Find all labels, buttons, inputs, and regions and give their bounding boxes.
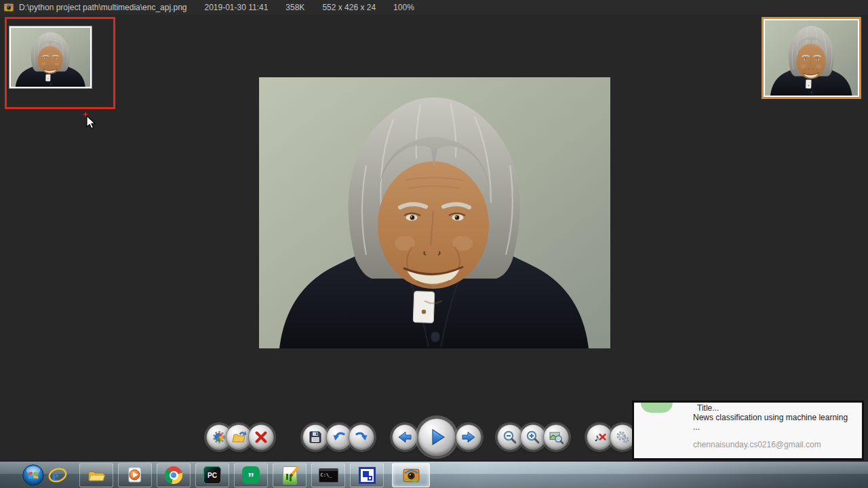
thumbnail-frame[interactable]	[9, 26, 92, 89]
zoom-level: 100%	[393, 3, 414, 12]
command-prompt-icon: C:\_	[319, 468, 338, 483]
pycharm-label: PC	[208, 472, 217, 479]
notification-popup[interactable]: Title... News classification using machi…	[632, 401, 864, 460]
redo-icon	[354, 430, 369, 445]
taskbar-item-editor[interactable]	[273, 463, 307, 487]
taskbar-item-media-player[interactable]	[118, 463, 152, 487]
fit-window-button[interactable]	[543, 424, 569, 450]
file-size: 358K	[285, 3, 304, 12]
selected-thumbnail-box[interactable]	[5, 17, 115, 109]
zoom-in-button[interactable]	[520, 424, 546, 450]
popup-subject-line: News classification using machine learni…	[693, 413, 848, 422]
zoom-out-icon	[502, 430, 517, 445]
delete-x-icon	[254, 430, 269, 445]
music-off-button[interactable]: ♪	[587, 424, 612, 450]
hangouts-icon: ”	[242, 466, 260, 484]
blue-squares-icon	[359, 467, 376, 484]
taskbar-item-image-viewer-active[interactable]	[392, 463, 430, 487]
portrait-photo	[259, 77, 610, 348]
popup-email: chennaisunday.cs0216@gmail.com	[693, 440, 821, 449]
arrow-right-icon	[460, 429, 477, 445]
chrome-icon	[165, 466, 182, 484]
image-viewer-screen: D:\python project path\multimedia\enc_ap…	[0, 0, 868, 488]
pycharm-icon: PC	[203, 466, 221, 484]
popup-logo-circle	[641, 403, 673, 413]
media-player-icon	[125, 466, 144, 485]
effects-gear-icon	[212, 430, 226, 445]
popup-ellipsis-line: ...	[693, 422, 700, 432]
taskbar-item-explorer[interactable]	[79, 463, 113, 487]
image-viewer-icon	[402, 466, 420, 485]
save-button[interactable]	[302, 424, 328, 450]
music-note-glyph: ♪	[594, 432, 599, 443]
preview-thumbnail-image	[765, 20, 858, 96]
image-dimensions: 552 x 426 x 24	[322, 3, 376, 12]
undo-icon	[332, 430, 347, 445]
file-path: D:\python project path\multimedia\enc_ap…	[19, 3, 186, 12]
next-image-button[interactable]	[456, 424, 481, 450]
taskbar-item-hangouts[interactable]: ”	[234, 463, 268, 487]
taskbar-item-chrome[interactable]	[157, 463, 191, 487]
taskbar-item-paint-app[interactable]	[350, 463, 384, 487]
open-folder-icon	[231, 429, 247, 445]
ie-e-glyph: e	[52, 467, 59, 484]
windows-explorer-icon	[87, 466, 106, 485]
zoom-in-icon	[526, 430, 540, 445]
hangouts-quote-glyph: ”	[248, 474, 254, 481]
delete-button[interactable]	[248, 424, 274, 450]
save-floppy-icon	[308, 430, 323, 445]
title-bar: D:\python project path\multimedia\enc_ap…	[0, 0, 868, 15]
green-editor-icon	[283, 466, 297, 485]
previous-image-button[interactable]	[392, 424, 418, 450]
zoom-out-button[interactable]	[497, 424, 523, 450]
preview-thumbnail[interactable]	[762, 17, 861, 99]
fit-window-icon	[549, 430, 564, 445]
file-modified: 2019-01-30 11:41	[204, 3, 268, 12]
arrow-left-icon	[397, 429, 413, 445]
play-icon	[425, 426, 448, 449]
thumbnail-image	[11, 28, 90, 87]
gears-icon	[615, 430, 630, 445]
cmd-label: C:\_	[321, 472, 332, 478]
music-note-muted-icon: ♪	[592, 430, 607, 445]
taskbar-item-pycharm[interactable]: PC	[195, 463, 229, 487]
popup-title-line: Title...	[697, 403, 719, 413]
taskbar-item-command-prompt[interactable]: C:\_	[311, 463, 345, 487]
main-image[interactable]	[259, 77, 610, 348]
mouse-cursor	[86, 115, 96, 133]
internet-explorer-icon: e	[47, 465, 68, 485]
play-slideshow-button[interactable]	[418, 418, 456, 456]
taskbar: e PC ”	[0, 461, 868, 488]
taskbar-item-internet-explorer[interactable]: e	[41, 463, 75, 487]
redo-button[interactable]	[349, 424, 374, 450]
viewer-app-icon	[3, 2, 14, 13]
